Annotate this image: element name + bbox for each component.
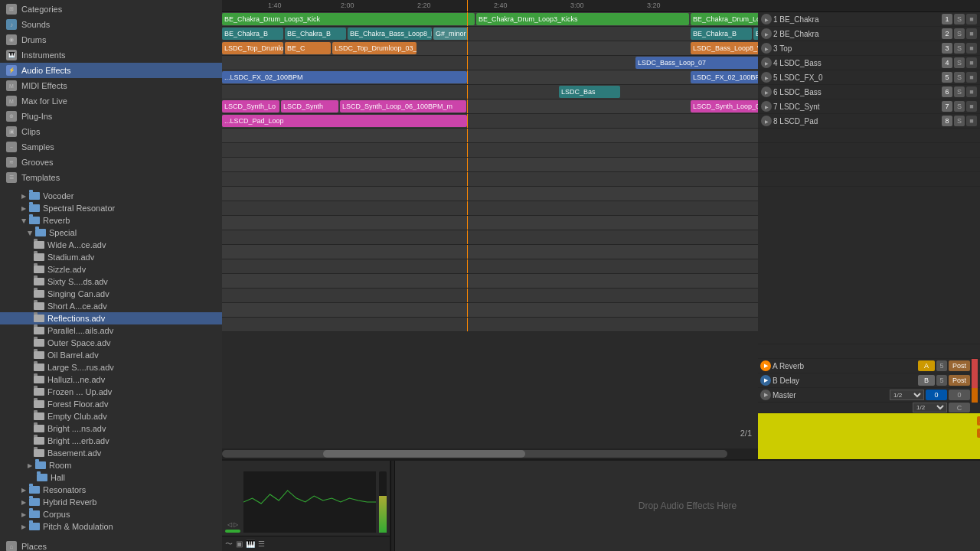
- play-btn-1[interactable]: [761, 14, 772, 24]
- sidebar-item-special[interactable]: ▶ Special: [0, 227, 222, 239]
- clip-7-4[interactable]: LSCD_Synth_Loop_05_100BPM_Em: [691, 100, 758, 112]
- h-scrollbar[interactable]: [222, 448, 758, 459]
- tracks-scroll-area[interactable]: BE_Chakra_Drum_Loop3_Kick BE_Chakra_Drum…: [222, 12, 758, 459]
- track-row-2[interactable]: BE_Chakra_B BE_Chakra_B BE_Chakra_Bass_L…: [222, 27, 758, 41]
- play-btn-2[interactable]: [761, 28, 772, 39]
- mute-btn-7[interactable]: ■: [966, 101, 977, 112]
- play-btn-8[interactable]: [761, 116, 772, 126]
- clip-2-6[interactable]: BE_Chakra_Bass_Lo: [753, 28, 758, 40]
- mute-btn-1[interactable]: ■: [966, 14, 977, 24]
- track-row-7[interactable]: LSCD_Synth_Lo LSCD_Synth LSCD_Synth_Loop…: [222, 99, 758, 114]
- file-singing-can[interactable]: Singing Can.adv: [0, 288, 222, 300]
- sidebar-item-grooves[interactable]: ≋ Grooves: [0, 155, 222, 170]
- track-num-3[interactable]: 3: [942, 43, 952, 54]
- vert-drag-b[interactable]: [972, 373, 978, 388]
- clip-3-2[interactable]: BE_C: [285, 42, 331, 54]
- track-num-6[interactable]: 6: [942, 86, 952, 97]
- file-forest-floor[interactable]: Forest Floor.adv: [0, 398, 222, 410]
- num-btn-5-a[interactable]: 5: [936, 360, 947, 371]
- ab-btn-b[interactable]: B: [918, 375, 935, 386]
- clip-5-2[interactable]: LSDC_FX_02_100BPM: [691, 71, 758, 83]
- track-num-8[interactable]: 8: [942, 116, 952, 126]
- track-row-5[interactable]: ...LSDC_FX_02_100BPM LSDC_FX_02_100BPM: [222, 70, 758, 85]
- track-row-6[interactable]: LSDC_Bas: [222, 85, 758, 99]
- clip-2-3[interactable]: BE_Chakra_Bass_Loop8_DRY_14: [348, 28, 432, 40]
- file-outer-space[interactable]: Outer Space.adv: [0, 337, 222, 349]
- clip-1-1[interactable]: BE_Chakra_Drum_Loop3_Kick: [222, 13, 475, 25]
- bottom-main-panel[interactable]: Drop Audio Effects Here: [395, 461, 980, 551]
- sidebar-item-drums[interactable]: ◉ Drums: [0, 32, 222, 47]
- sidebar-item-resonators[interactable]: ▶ Resonators: [0, 484, 222, 496]
- clip-2-2[interactable]: BE_Chakra_B: [285, 28, 346, 40]
- send-arrow-down[interactable]: ▼: [977, 429, 980, 438]
- clip-1-3[interactable]: BE_Chakra_Drum_Loop5_Kicks_140: [691, 13, 758, 25]
- sidebar-item-audio-effects[interactable]: ⚡ Audio Effects: [0, 63, 222, 78]
- file-sixty-s[interactable]: Sixty S....ds.adv: [0, 276, 222, 288]
- s-btn-8[interactable]: S: [954, 116, 965, 126]
- track-num-5[interactable]: 5: [942, 72, 952, 83]
- mute-btn-5[interactable]: ■: [966, 72, 977, 83]
- vert-drag-master[interactable]: [972, 388, 978, 403]
- mute-btn-2[interactable]: ■: [966, 28, 977, 39]
- master-power-btn[interactable]: ▶: [760, 390, 771, 400]
- clip-4-1[interactable]: LSDC_Bass_Loop_07: [635, 57, 758, 69]
- sidebar-item-clips[interactable]: ▣ Clips: [0, 124, 222, 139]
- list-icon[interactable]: ☰: [258, 540, 265, 548]
- clip-3-3[interactable]: LSDC_Top_Drumloop_03_100BPM: [332, 42, 416, 54]
- clip-7-3[interactable]: LSCD_Synth_Loop_06_100BPM_m: [340, 100, 466, 112]
- file-oil-barrel[interactable]: Oil Barrel.adv: [0, 349, 222, 361]
- sidebar-item-categories[interactable]: ⊞ Categories: [0, 2, 222, 17]
- num-btn-5-b[interactable]: 5: [936, 375, 947, 386]
- track-num-2[interactable]: 2: [942, 28, 952, 39]
- file-reflections[interactable]: Reflections.adv: [0, 312, 222, 324]
- file-sizzle[interactable]: Sizzle.adv: [0, 263, 222, 276]
- post-btn-b[interactable]: Post: [949, 375, 970, 386]
- rect-icon[interactable]: ▣: [236, 540, 243, 548]
- clip-1-2[interactable]: BE_Chakra_Drum_Loop3_Kicks: [476, 13, 689, 25]
- track-row-8[interactable]: ...LSCD_Pad_Loop: [222, 114, 758, 129]
- track-row-1[interactable]: BE_Chakra_Drum_Loop3_Kick BE_Chakra_Drum…: [222, 12, 758, 27]
- s-btn-3[interactable]: S: [954, 43, 965, 54]
- file-parallel-ails[interactable]: Parallel....ails.adv: [0, 324, 222, 337]
- h-scroll-thumb[interactable]: [222, 450, 727, 458]
- file-stadium[interactable]: Stadium.adv: [0, 251, 222, 263]
- clip-6-1[interactable]: LSDC_Bas: [559, 86, 620, 98]
- sidebar-item-sounds[interactable]: ♪ Sounds: [0, 17, 222, 32]
- effect-power-a-reverb[interactable]: ▶: [760, 360, 771, 371]
- sidebar-item-samples[interactable]: ~ Samples: [0, 139, 222, 155]
- clip-2-1[interactable]: BE_Chakra_B: [222, 28, 283, 40]
- clip-7-2[interactable]: LSCD_Synth: [281, 100, 338, 112]
- file-bright-erb[interactable]: Bright ....erb.adv: [0, 435, 222, 447]
- mute-btn-6[interactable]: ■: [966, 86, 977, 97]
- mute-btn-4[interactable]: ■: [966, 57, 977, 68]
- clip-7-1[interactable]: LSCD_Synth_Lo: [222, 100, 279, 112]
- sidebar-item-midi-effects[interactable]: M MIDI Effects: [0, 78, 222, 93]
- s-btn-2[interactable]: S: [954, 28, 965, 39]
- sidebar-item-vocoder[interactable]: ▶ Vocoder: [0, 190, 222, 202]
- file-frozen-up[interactable]: Frozen ... Up.adv: [0, 386, 222, 398]
- file-basement[interactable]: Basement.adv: [0, 447, 222, 459]
- file-wide-ace[interactable]: Wide A...ce.adv: [0, 239, 222, 251]
- sidebar-item-places[interactable]: ⌂ Places: [0, 539, 222, 551]
- clip-3-4[interactable]: LSDC_Bass_Loop8_WET_03: [691, 42, 758, 54]
- vert-drag-a[interactable]: [972, 359, 978, 373]
- sidebar-item-corpus[interactable]: ▶ Corpus: [0, 508, 222, 520]
- wave-icon-bottom[interactable]: 〜: [225, 539, 233, 549]
- sidebar-item-spectral-resonator[interactable]: ▶ Spectral Resonator: [0, 202, 222, 214]
- sidebar-item-templates[interactable]: ☰ Templates: [0, 170, 222, 185]
- track-row-4[interactable]: LSDC_Bass_Loop_07: [222, 56, 758, 70]
- track-row-10[interactable]: [222, 143, 758, 158]
- sidebar-item-reverb[interactable]: ▶ Reverb: [0, 214, 222, 227]
- post-btn-a[interactable]: Post: [949, 360, 970, 371]
- file-empty-club[interactable]: Empty Club.adv: [0, 410, 222, 422]
- play-btn-6[interactable]: [761, 86, 772, 97]
- sidebar-item-plugins[interactable]: ⊕ Plug-Ins: [0, 109, 222, 124]
- s-btn-4[interactable]: S: [954, 57, 965, 68]
- clip-2-5[interactable]: BE_Chakra_B: [691, 28, 752, 40]
- sidebar-item-instruments[interactable]: 🎹 Instruments: [0, 47, 222, 63]
- play-btn-7[interactable]: [761, 101, 772, 112]
- piano-icon[interactable]: 🎹: [246, 540, 255, 548]
- s-btn-5[interactable]: S: [954, 72, 965, 83]
- track-row-9[interactable]: [222, 129, 758, 143]
- play-btn-4[interactable]: [761, 57, 772, 68]
